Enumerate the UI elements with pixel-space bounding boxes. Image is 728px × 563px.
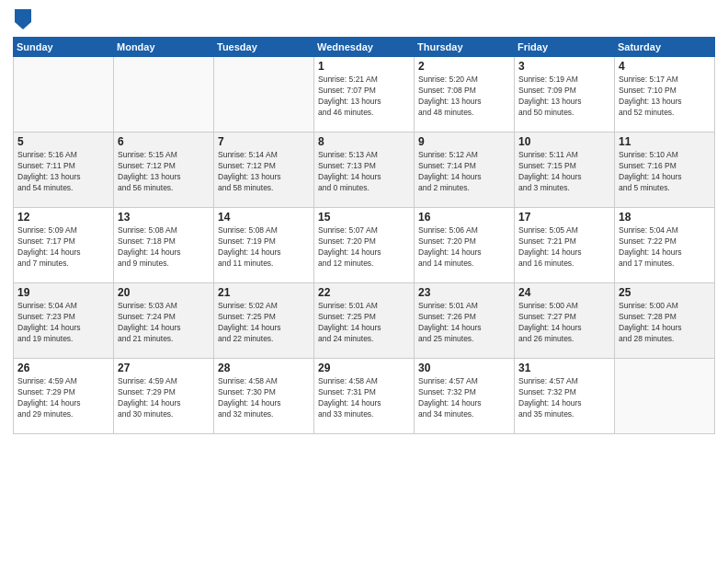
day-number: 11	[619, 135, 711, 148]
calendar-header-thursday: Thursday	[415, 38, 515, 57]
day-number: 2	[418, 60, 510, 73]
day-number: 23	[418, 286, 510, 299]
day-number: 20	[118, 286, 210, 299]
day-info: Sunrise: 5:20 AMSunset: 7:08 PMDaylight:…	[418, 75, 510, 119]
calendar-header-sunday: Sunday	[14, 38, 114, 57]
day-info: Sunrise: 4:59 AMSunset: 7:29 PMDaylight:…	[118, 376, 210, 420]
day-info: Sunrise: 4:57 AMSunset: 7:32 PMDaylight:…	[518, 376, 610, 420]
calendar-day-cell: 30Sunrise: 4:57 AMSunset: 7:32 PMDayligh…	[415, 359, 515, 434]
logo	[13, 9, 33, 29]
calendar-week-row: 12Sunrise: 5:09 AMSunset: 7:17 PMDayligh…	[14, 208, 715, 283]
calendar-day-cell	[114, 57, 214, 132]
day-info: Sunrise: 5:01 AMSunset: 7:25 PMDaylight:…	[318, 301, 410, 345]
day-info: Sunrise: 5:08 AMSunset: 7:18 PMDaylight:…	[118, 225, 210, 270]
day-info: Sunrise: 5:10 AMSunset: 7:16 PMDaylight:…	[619, 150, 711, 194]
day-info: Sunrise: 5:07 AMSunset: 7:20 PMDaylight:…	[318, 225, 410, 270]
day-info: Sunrise: 5:16 AMSunset: 7:11 PMDaylight:…	[17, 150, 109, 194]
calendar-day-cell	[615, 359, 715, 434]
day-number: 18	[619, 211, 711, 224]
day-info: Sunrise: 5:15 AMSunset: 7:12 PMDaylight:…	[118, 150, 210, 194]
day-info: Sunrise: 5:14 AMSunset: 7:12 PMDaylight:…	[218, 150, 310, 194]
day-number: 30	[418, 362, 510, 374]
day-info: Sunrise: 5:17 AMSunset: 7:10 PMDaylight:…	[619, 75, 711, 119]
day-number: 15	[318, 211, 410, 224]
calendar-week-row: 26Sunrise: 4:59 AMSunset: 7:29 PMDayligh…	[14, 359, 715, 434]
day-info: Sunrise: 5:04 AMSunset: 7:23 PMDaylight:…	[17, 301, 109, 345]
calendar-day-cell: 22Sunrise: 5:01 AMSunset: 7:25 PMDayligh…	[314, 283, 415, 359]
calendar-body: 1Sunrise: 5:21 AMSunset: 7:07 PMDaylight…	[14, 57, 715, 434]
day-info: Sunrise: 5:00 AMSunset: 7:27 PMDaylight:…	[518, 301, 610, 345]
calendar-day-cell: 18Sunrise: 5:04 AMSunset: 7:22 PMDayligh…	[615, 208, 715, 283]
calendar-header-row: SundayMondayTuesdayWednesdayThursdayFrid…	[14, 38, 715, 57]
calendar-day-cell: 31Sunrise: 4:57 AMSunset: 7:32 PMDayligh…	[515, 359, 615, 434]
calendar-table: SundayMondayTuesdayWednesdayThursdayFrid…	[13, 37, 715, 434]
logo-icon	[15, 9, 31, 29]
day-number: 16	[418, 211, 510, 224]
calendar-header-saturday: Saturday	[615, 38, 715, 57]
calendar-day-cell: 11Sunrise: 5:10 AMSunset: 7:16 PMDayligh…	[615, 132, 715, 208]
day-number: 26	[17, 362, 109, 374]
day-info: Sunrise: 5:12 AMSunset: 7:14 PMDaylight:…	[418, 150, 510, 194]
header	[13, 9, 715, 29]
calendar-day-cell: 19Sunrise: 5:04 AMSunset: 7:23 PMDayligh…	[14, 283, 114, 359]
day-info: Sunrise: 5:01 AMSunset: 7:26 PMDaylight:…	[418, 301, 510, 345]
day-number: 21	[218, 286, 310, 299]
calendar-day-cell: 9Sunrise: 5:12 AMSunset: 7:14 PMDaylight…	[415, 132, 515, 208]
calendar-day-cell: 20Sunrise: 5:03 AMSunset: 7:24 PMDayligh…	[114, 283, 214, 359]
calendar-week-row: 19Sunrise: 5:04 AMSunset: 7:23 PMDayligh…	[14, 283, 715, 359]
calendar-day-cell: 15Sunrise: 5:07 AMSunset: 7:20 PMDayligh…	[314, 208, 415, 283]
day-info: Sunrise: 5:08 AMSunset: 7:19 PMDaylight:…	[218, 225, 310, 270]
day-info: Sunrise: 5:19 AMSunset: 7:09 PMDaylight:…	[518, 75, 610, 119]
calendar-day-cell: 21Sunrise: 5:02 AMSunset: 7:25 PMDayligh…	[214, 283, 314, 359]
day-number: 22	[318, 286, 410, 299]
day-info: Sunrise: 5:21 AMSunset: 7:07 PMDaylight:…	[318, 75, 410, 119]
day-number: 9	[418, 135, 510, 148]
day-number: 13	[118, 211, 210, 224]
day-number: 31	[518, 362, 610, 374]
day-number: 14	[218, 211, 310, 224]
calendar-day-cell: 3Sunrise: 5:19 AMSunset: 7:09 PMDaylight…	[515, 57, 615, 132]
calendar-header-friday: Friday	[515, 38, 615, 57]
calendar-header-monday: Monday	[114, 38, 214, 57]
calendar-header-wednesday: Wednesday	[314, 38, 415, 57]
day-info: Sunrise: 5:06 AMSunset: 7:20 PMDaylight:…	[418, 225, 510, 270]
calendar-day-cell: 13Sunrise: 5:08 AMSunset: 7:18 PMDayligh…	[114, 208, 214, 283]
calendar-header-tuesday: Tuesday	[214, 38, 314, 57]
calendar-day-cell: 25Sunrise: 5:00 AMSunset: 7:28 PMDayligh…	[615, 283, 715, 359]
calendar-day-cell: 1Sunrise: 5:21 AMSunset: 7:07 PMDaylight…	[314, 57, 415, 132]
day-number: 28	[218, 362, 310, 374]
calendar-day-cell: 16Sunrise: 5:06 AMSunset: 7:20 PMDayligh…	[415, 208, 515, 283]
day-info: Sunrise: 5:11 AMSunset: 7:15 PMDaylight:…	[518, 150, 610, 194]
day-info: Sunrise: 4:57 AMSunset: 7:32 PMDaylight:…	[418, 376, 510, 420]
day-info: Sunrise: 4:58 AMSunset: 7:30 PMDaylight:…	[218, 376, 310, 420]
day-number: 7	[218, 135, 310, 148]
calendar-day-cell: 6Sunrise: 5:15 AMSunset: 7:12 PMDaylight…	[114, 132, 214, 208]
calendar-day-cell: 2Sunrise: 5:20 AMSunset: 7:08 PMDaylight…	[415, 57, 515, 132]
calendar-day-cell	[14, 57, 114, 132]
svg-marker-0	[15, 9, 31, 29]
calendar-day-cell: 4Sunrise: 5:17 AMSunset: 7:10 PMDaylight…	[615, 57, 715, 132]
calendar-day-cell: 10Sunrise: 5:11 AMSunset: 7:15 PMDayligh…	[515, 132, 615, 208]
calendar-day-cell: 26Sunrise: 4:59 AMSunset: 7:29 PMDayligh…	[14, 359, 114, 434]
calendar-day-cell: 23Sunrise: 5:01 AMSunset: 7:26 PMDayligh…	[415, 283, 515, 359]
calendar-week-row: 5Sunrise: 5:16 AMSunset: 7:11 PMDaylight…	[14, 132, 715, 208]
calendar-day-cell: 7Sunrise: 5:14 AMSunset: 7:12 PMDaylight…	[214, 132, 314, 208]
calendar-week-row: 1Sunrise: 5:21 AMSunset: 7:07 PMDaylight…	[14, 57, 715, 132]
day-info: Sunrise: 5:02 AMSunset: 7:25 PMDaylight:…	[218, 301, 310, 345]
calendar-day-cell: 17Sunrise: 5:05 AMSunset: 7:21 PMDayligh…	[515, 208, 615, 283]
calendar-day-cell: 14Sunrise: 5:08 AMSunset: 7:19 PMDayligh…	[214, 208, 314, 283]
calendar-day-cell: 8Sunrise: 5:13 AMSunset: 7:13 PMDaylight…	[314, 132, 415, 208]
day-info: Sunrise: 5:00 AMSunset: 7:28 PMDaylight:…	[619, 301, 711, 345]
day-number: 3	[518, 60, 610, 73]
day-info: Sunrise: 5:04 AMSunset: 7:22 PMDaylight:…	[619, 225, 711, 270]
day-number: 5	[17, 135, 109, 148]
day-number: 10	[518, 135, 610, 148]
day-number: 12	[17, 211, 109, 224]
day-number: 24	[518, 286, 610, 299]
day-number: 19	[17, 286, 109, 299]
calendar-day-cell: 24Sunrise: 5:00 AMSunset: 7:27 PMDayligh…	[515, 283, 615, 359]
day-info: Sunrise: 5:13 AMSunset: 7:13 PMDaylight:…	[318, 150, 410, 194]
day-info: Sunrise: 4:59 AMSunset: 7:29 PMDaylight:…	[17, 376, 109, 420]
day-info: Sunrise: 5:05 AMSunset: 7:21 PMDaylight:…	[518, 225, 610, 270]
page: SundayMondayTuesdayWednesdayThursdayFrid…	[0, 0, 728, 563]
